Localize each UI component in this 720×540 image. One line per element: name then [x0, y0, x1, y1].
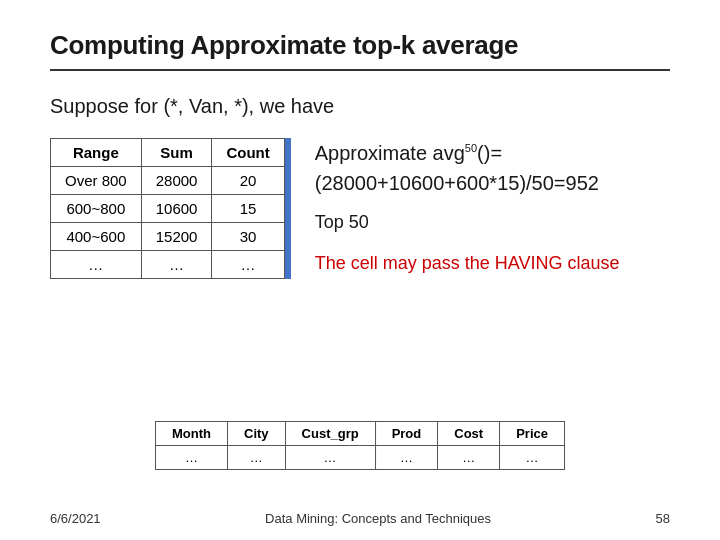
cell-count-1: 20: [212, 167, 284, 195]
bottom-cell-prod: …: [375, 446, 438, 470]
formula-text: Approximate avg50()= (28000+10600+600*15…: [315, 138, 670, 198]
cell-range-4: …: [51, 251, 142, 279]
bottom-table-row: … … … … … …: [156, 446, 565, 470]
bottom-col-price: Price: [500, 422, 565, 446]
bottom-col-city: City: [228, 422, 286, 446]
cell-count-3: 30: [212, 223, 284, 251]
bottom-cell-price: …: [500, 446, 565, 470]
range-table: Range Sum Count Over 800 28000 20 600~80…: [50, 138, 285, 279]
having-text: The cell may pass the HAVING clause: [315, 253, 670, 274]
footer-page: 58: [656, 511, 670, 526]
bottom-cell-month: …: [156, 446, 228, 470]
bottom-cell-custgrp: …: [285, 446, 375, 470]
bottom-col-cost: Cost: [438, 422, 500, 446]
bottom-col-prod: Prod: [375, 422, 438, 446]
title-area: Computing Approximate top-k average: [50, 30, 670, 71]
bottom-col-custgrp: Cust_grp: [285, 422, 375, 446]
table-row: Over 800 28000 20: [51, 167, 285, 195]
footer-source: Data Mining: Concepts and Techniques: [265, 511, 491, 526]
highlight-bar: [285, 138, 291, 279]
bottom-table-container: Month City Cust_grp Prod Cost Price … … …: [155, 421, 565, 470]
footer: 6/6/2021 Data Mining: Concepts and Techn…: [50, 511, 670, 526]
top50-label: Top 50: [315, 212, 670, 233]
right-content: Approximate avg50()= (28000+10600+600*15…: [315, 138, 670, 274]
slide-title: Computing Approximate top-k average: [50, 30, 670, 61]
bottom-col-month: Month: [156, 422, 228, 446]
slide: Computing Approximate top-k average Supp…: [0, 0, 720, 540]
footer-date: 6/6/2021: [50, 511, 101, 526]
cell-sum-4: …: [141, 251, 212, 279]
col-header-range: Range: [51, 139, 142, 167]
cell-sum-1: 28000: [141, 167, 212, 195]
table-wrapper: Range Sum Count Over 800 28000 20 600~80…: [50, 138, 285, 279]
cell-range-3: 400~600: [51, 223, 142, 251]
content-area: Range Sum Count Over 800 28000 20 600~80…: [50, 138, 670, 279]
col-header-sum: Sum: [141, 139, 212, 167]
cell-count-4: …: [212, 251, 284, 279]
cell-sum-2: 10600: [141, 195, 212, 223]
superscript: 50: [465, 142, 477, 154]
table-row: … … …: [51, 251, 285, 279]
formula-line1: Approximate avg50()=: [315, 142, 502, 164]
bottom-table: Month City Cust_grp Prod Cost Price … … …: [155, 421, 565, 470]
slide-subtitle: Suppose for (*, Van, *), we have: [50, 95, 670, 118]
formula-line2: (28000+10600+600*15)/50=952: [315, 172, 599, 194]
cell-count-2: 15: [212, 195, 284, 223]
cell-sum-3: 15200: [141, 223, 212, 251]
cell-range-2: 600~800: [51, 195, 142, 223]
bottom-cell-city: …: [228, 446, 286, 470]
table-row: 600~800 10600 15: [51, 195, 285, 223]
bottom-cell-cost: …: [438, 446, 500, 470]
table-row: 400~600 15200 30: [51, 223, 285, 251]
col-header-count: Count: [212, 139, 284, 167]
data-table-container: Range Sum Count Over 800 28000 20 600~80…: [50, 138, 285, 279]
cell-range-1: Over 800: [51, 167, 142, 195]
